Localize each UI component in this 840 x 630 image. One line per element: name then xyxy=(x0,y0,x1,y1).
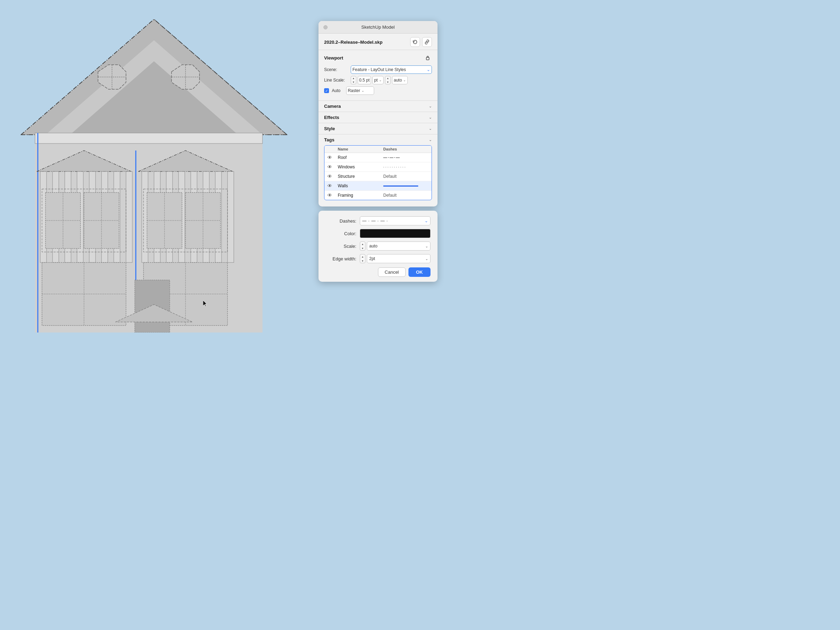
dashes-label: Dashes: xyxy=(325,218,356,224)
dashes-preview: — · — · — · xyxy=(362,218,388,223)
walls-visibility-icon[interactable]: 👁 xyxy=(327,183,338,189)
filename-row: 2020.2–Release–Model.skp xyxy=(319,33,437,50)
stepper-up[interactable]: ▲ xyxy=(351,76,356,80)
dashes-select-arrow: ⌄ xyxy=(425,218,428,223)
viewport-label: Viewport xyxy=(324,55,343,60)
auto-checkbox[interactable]: ✓ xyxy=(324,88,329,93)
tags-table-header: Name Dashes xyxy=(324,145,431,153)
stepper-down[interactable]: ▼ xyxy=(351,80,356,84)
scale-controls: ▲ ▼ auto ⌄ xyxy=(360,242,431,251)
framing-visibility-icon[interactable]: 👁 xyxy=(327,193,338,198)
camera-label: Camera xyxy=(324,104,341,109)
svg-rect-41 xyxy=(227,172,234,262)
stepper-down-2[interactable]: ▼ xyxy=(385,80,390,84)
tags-row-walls[interactable]: 👁 Walls xyxy=(324,181,431,191)
render-mode-select[interactable]: Raster ⌄ xyxy=(346,87,374,95)
auto-label: Auto xyxy=(332,88,341,93)
line-scale-unit-select[interactable]: pt ⌄ xyxy=(373,76,384,84)
scale-select-arrow: ⌄ xyxy=(425,244,428,248)
edge-width-stepper[interactable]: ▲ ▼ xyxy=(360,254,365,263)
walls-solid-line xyxy=(383,185,418,186)
refresh-button[interactable] xyxy=(410,37,420,47)
auto-raster-row: ✓ Auto Raster ⌄ xyxy=(324,87,432,95)
building-illustration xyxy=(0,0,305,333)
tags-section-header[interactable]: Tags ⌄ xyxy=(319,134,437,145)
structure-tag-name: Structure xyxy=(338,174,383,179)
scale-select[interactable]: auto ⌄ xyxy=(367,242,431,251)
close-button[interactable] xyxy=(324,25,328,29)
edge-width-select[interactable]: 2pt ⌄ xyxy=(367,254,431,263)
edge-width-row: Edge width: ▲ ▼ 2pt ⌄ xyxy=(325,254,431,263)
line-scale-stepper-2[interactable]: ▲ ▼ xyxy=(385,76,391,84)
roof-dash-pattern: —·—·— xyxy=(383,155,400,159)
scene-value: Feature - LayOut Line Styles xyxy=(352,67,406,72)
camera-section-header[interactable]: Camera ⌄ xyxy=(319,101,437,112)
scale-stepper-up[interactable]: ▲ xyxy=(360,242,365,246)
line-scale-auto-select[interactable]: auto ⌄ xyxy=(392,76,408,84)
col-eye-header xyxy=(327,147,338,151)
auto-text: auto xyxy=(394,78,402,83)
roof-dashes: —·—·— xyxy=(383,155,429,160)
scale-stepper-down[interactable]: ▼ xyxy=(360,246,365,250)
structure-dash-label: Default xyxy=(383,174,396,179)
edge-stepper-down[interactable]: ▼ xyxy=(360,259,365,263)
style-label: Style xyxy=(324,126,335,131)
ok-button[interactable]: OK xyxy=(409,267,431,277)
tag-edit-dialog: Dashes: — · — · — · ⌄ Color: Scale: ▲ ▼ … xyxy=(319,211,437,282)
col-dashes-header: Dashes xyxy=(383,147,429,151)
viewport-lock-button[interactable] xyxy=(423,53,432,63)
color-label: Color: xyxy=(325,231,356,236)
scale-value: auto xyxy=(369,243,377,248)
tags-row-structure[interactable]: 👁 Structure Default xyxy=(324,172,431,181)
windows-dashes: ··········· xyxy=(383,164,429,170)
windows-visibility-icon[interactable]: 👁 xyxy=(327,164,338,170)
edge-stepper-up[interactable]: ▲ xyxy=(360,254,365,259)
edge-width-arrow: ⌄ xyxy=(425,257,428,261)
tags-row-roof[interactable]: 👁 Roof —·—·— xyxy=(324,153,431,163)
color-row: Color: xyxy=(325,229,431,238)
line-scale-stepper[interactable]: ▲ ▼ xyxy=(351,76,356,84)
panel-area: SketchUp Model 2020.2–Release–Model.skp xyxy=(319,21,437,282)
line-scale-label: Line Scale: xyxy=(324,78,351,83)
dialog-buttons: Cancel OK xyxy=(325,267,431,277)
col-name-header: Name xyxy=(338,147,383,151)
walls-dashes xyxy=(383,183,429,189)
camera-chevron: ⌄ xyxy=(429,104,432,109)
scale-stepper[interactable]: ▲ ▼ xyxy=(360,242,365,251)
line-scale-controls: ▲ ▼ 0.5 pt pt ⌄ ▲ ▼ auto xyxy=(351,76,408,84)
effects-chevron: ⌄ xyxy=(429,115,432,120)
link-button[interactable] xyxy=(422,37,432,47)
edge-width-value: 2pt xyxy=(369,256,375,261)
svg-rect-14 xyxy=(35,133,262,144)
bottom-spacer xyxy=(319,204,437,207)
svg-rect-25 xyxy=(126,172,132,262)
svg-rect-57 xyxy=(426,57,429,60)
windows-tag-name: Windows xyxy=(338,164,383,169)
edge-width-label: Edge width: xyxy=(325,256,356,261)
structure-visibility-icon[interactable]: 👁 xyxy=(327,174,338,179)
dashes-row: Dashes: — · — · — · ⌄ xyxy=(325,216,431,226)
roof-visibility-icon[interactable]: 👁 xyxy=(327,155,338,160)
line-scale-row: Line Scale: ▲ ▼ 0.5 pt pt ⌄ ▲ xyxy=(324,76,432,84)
cancel-button[interactable]: Cancel xyxy=(378,267,405,277)
color-swatch[interactable] xyxy=(360,229,431,238)
tags-row-framing[interactable]: 👁 Framing Default xyxy=(324,191,431,200)
style-chevron: ⌄ xyxy=(429,126,432,131)
stepper-up-2[interactable]: ▲ xyxy=(385,76,390,80)
line-scale-value[interactable]: 0.5 pt xyxy=(358,76,371,84)
tags-row-windows[interactable]: 👁 Windows ··········· xyxy=(324,163,431,172)
unit-chevron: ⌄ xyxy=(379,78,382,82)
auto-chevron: ⌄ xyxy=(403,78,406,82)
scene-select-arrow: ⌄ xyxy=(427,67,430,72)
style-section-header[interactable]: Style ⌄ xyxy=(319,123,437,134)
scene-label: Scene: xyxy=(324,67,351,72)
dashes-select[interactable]: — · — · — · ⌄ xyxy=(360,216,431,226)
panel-title: SketchUp Model xyxy=(361,25,395,30)
render-mode-text: Raster xyxy=(348,88,360,93)
scene-select[interactable]: Feature - LayOut Line Styles ⌄ xyxy=(351,65,432,74)
effects-section-header[interactable]: Effects ⌄ xyxy=(319,112,437,123)
tags-table: Name Dashes 👁 Roof —·—·— 👁 Windows ·····… xyxy=(324,145,432,200)
viewport-controls: Scene: Feature - LayOut Line Styles ⌄ Li… xyxy=(319,65,437,101)
render-chevron: ⌄ xyxy=(362,89,364,92)
viewport-section-header[interactable]: Viewport xyxy=(319,50,437,65)
